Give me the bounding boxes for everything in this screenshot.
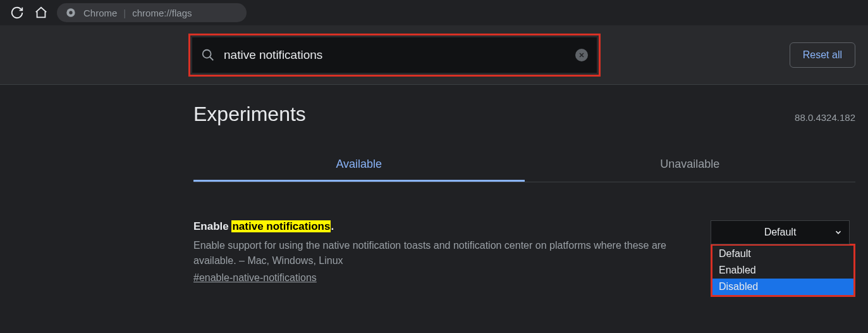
flag-title: Enable native notifications.: [193, 220, 698, 233]
flag-dropdown: Default Enabled Disabled: [711, 244, 855, 297]
svg-point-1: [69, 11, 72, 14]
address-url: chrome://flags: [132, 8, 192, 18]
option-disabled[interactable]: Disabled: [712, 279, 853, 295]
flag-anchor-link[interactable]: #enable-native-notifications: [193, 272, 317, 284]
search-header: Reset all: [0, 25, 868, 85]
search-input[interactable]: [224, 48, 575, 62]
page-title: Experiments: [193, 103, 306, 126]
search-icon: [201, 48, 215, 62]
flag-title-suffix: .: [331, 220, 334, 232]
flag-title-prefix: Enable: [193, 220, 231, 232]
search-box[interactable]: [192, 37, 597, 73]
reload-icon[interactable]: [10, 6, 24, 20]
flag-title-highlight: native notifications: [231, 220, 331, 232]
option-default[interactable]: Default: [712, 246, 853, 262]
reset-all-button[interactable]: Reset all: [790, 42, 855, 68]
svg-point-2: [203, 49, 211, 58]
flag-item: Enable native notifications. Enable supp…: [193, 220, 855, 297]
option-enabled[interactable]: Enabled: [712, 262, 853, 279]
flag-description: Enable support for using the native noti…: [193, 238, 698, 268]
search-highlight-box: [188, 34, 601, 77]
flag-select-area: Default Default Enabled Disabled: [711, 220, 855, 297]
version-label: 88.0.4324.182: [795, 112, 855, 123]
browser-toolbar: Chrome | chrome://flags: [0, 0, 868, 25]
tabs: Available Unavailable: [193, 149, 855, 182]
flag-select-value: Default: [764, 227, 797, 238]
tab-available[interactable]: Available: [193, 149, 525, 182]
address-separator: |: [123, 8, 126, 18]
address-label: Chrome: [83, 8, 117, 18]
left-gutter: [0, 85, 176, 297]
chevron-down-icon: [834, 228, 843, 237]
home-icon[interactable]: [34, 6, 48, 20]
flag-select[interactable]: Default: [711, 220, 850, 244]
clear-search-icon[interactable]: [575, 49, 588, 61]
tab-unavailable[interactable]: Unavailable: [525, 149, 856, 182]
address-bar[interactable]: Chrome | chrome://flags: [57, 3, 247, 22]
chrome-icon: [66, 8, 76, 18]
content-area: Experiments 88.0.4324.182 Available Unav…: [176, 85, 868, 297]
